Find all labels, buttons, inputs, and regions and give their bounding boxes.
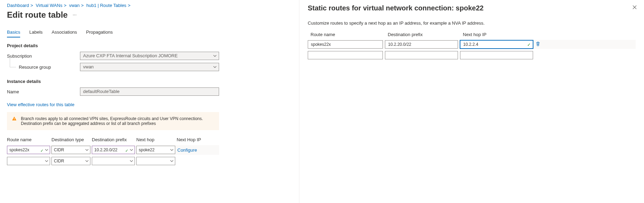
breadcrumb-item[interactable]: Dashboard xyxy=(7,3,29,8)
banner-text: Branch routes apply to all connected VPN… xyxy=(21,116,203,126)
resource-group-select[interactable]: vwan xyxy=(80,63,219,71)
static-route-row xyxy=(308,51,636,59)
breadcrumb-item[interactable]: vwan xyxy=(69,3,80,8)
route-name-input[interactable] xyxy=(7,157,50,165)
subscription-label: Subscription xyxy=(7,53,80,59)
chevron-down-icon xyxy=(170,159,174,163)
panel-title: Static routes for virtual network connec… xyxy=(308,4,636,12)
chevron-down-icon xyxy=(130,159,133,163)
destination-prefix-input[interactable]: 10.2.20.0/22 ✓ xyxy=(92,146,135,154)
svg-rect-1 xyxy=(14,119,14,120)
static-route-name-input[interactable] xyxy=(308,51,383,59)
chevron-down-icon xyxy=(85,159,89,163)
chevron-down-icon xyxy=(85,148,89,152)
instance-details-heading: Instance details xyxy=(7,79,292,84)
check-icon: ✓ xyxy=(527,42,531,48)
configure-next-hop-ip-link[interactable]: Configure xyxy=(177,147,197,153)
view-effective-routes-link[interactable]: View effective routes for this table xyxy=(7,102,74,107)
tabs: Basics Labels Associations Propagations xyxy=(7,27,292,37)
check-icon: ✓ xyxy=(125,147,128,154)
static-route-name-input[interactable]: spokes22x xyxy=(308,40,383,49)
more-actions-button[interactable]: ··· xyxy=(71,10,78,19)
destination-type-select[interactable]: CIDR xyxy=(51,157,90,165)
project-details-heading: Project details xyxy=(7,43,292,48)
branch-routes-banner: Branch routes apply to all connected VPN… xyxy=(7,112,219,130)
svg-rect-0 xyxy=(14,118,14,119)
next-hop-select[interactable] xyxy=(136,157,175,165)
breadcrumb-item[interactable]: Virtual WANs xyxy=(36,3,63,8)
subscription-value: Azure CXP FTA Internal Subscription JOMO… xyxy=(83,53,178,58)
next-hop-select[interactable]: spoke22 xyxy=(136,146,175,154)
static-routes-header: Route name Destination prefix Next hop I… xyxy=(308,31,636,40)
chevron-down-icon xyxy=(45,148,48,152)
static-route-nexthopip-input[interactable] xyxy=(460,51,533,59)
route-table-header: Route name Destination type Destination … xyxy=(7,137,219,142)
chevron-down-icon xyxy=(170,148,174,152)
horizontal-scrollbar[interactable] xyxy=(7,167,219,172)
resource-group-value: vwan xyxy=(83,64,94,69)
name-label: Name xyxy=(7,89,80,94)
name-input[interactable]: defaultRouteTable xyxy=(80,87,219,96)
panel-description: Customize routes to specify a next hop a… xyxy=(308,20,636,26)
route-row: spokes22x ✓ CIDR 10.2.20.0/22 ✓ xyxy=(7,145,219,155)
breadcrumb: Dashboard> Virtual WANs> vwan> hub1 | Ro… xyxy=(7,3,292,8)
tab-propagations[interactable]: Propagations xyxy=(86,27,113,37)
static-route-nexthopip-input[interactable]: 10.2.2.4 ✓ xyxy=(460,40,533,49)
chevron-down-icon xyxy=(130,148,133,152)
close-panel-button[interactable] xyxy=(632,5,637,11)
destination-prefix-input[interactable] xyxy=(92,157,135,165)
destination-type-select[interactable]: CIDR xyxy=(51,146,90,154)
chevron-down-icon xyxy=(213,65,217,69)
resource-group-label: Resource group xyxy=(7,65,80,70)
route-row: CIDR xyxy=(7,157,219,165)
tab-basics[interactable]: Basics xyxy=(7,27,20,37)
subscription-select[interactable]: Azure CXP FTA Internal Subscription JOMO… xyxy=(80,52,219,60)
warning-icon xyxy=(12,116,17,122)
static-route-row: spokes22x 10.2.20.0/22 10.2.2.4 ✓ xyxy=(308,40,636,49)
page-title: Edit route table xyxy=(7,10,68,20)
delete-row-button[interactable] xyxy=(535,43,541,48)
name-value: defaultRouteTable xyxy=(83,89,120,94)
tab-labels[interactable]: Labels xyxy=(29,27,42,37)
static-route-prefix-input[interactable] xyxy=(385,51,458,59)
route-name-input[interactable]: spokes22x ✓ xyxy=(7,146,50,154)
static-route-prefix-input[interactable]: 10.2.20.0/22 xyxy=(385,40,458,49)
check-icon: ✓ xyxy=(40,147,43,154)
chevron-down-icon xyxy=(45,159,48,163)
chevron-down-icon xyxy=(213,54,217,58)
tab-associations[interactable]: Associations xyxy=(52,27,77,37)
breadcrumb-item[interactable]: hub1 | Route Tables xyxy=(86,3,126,8)
